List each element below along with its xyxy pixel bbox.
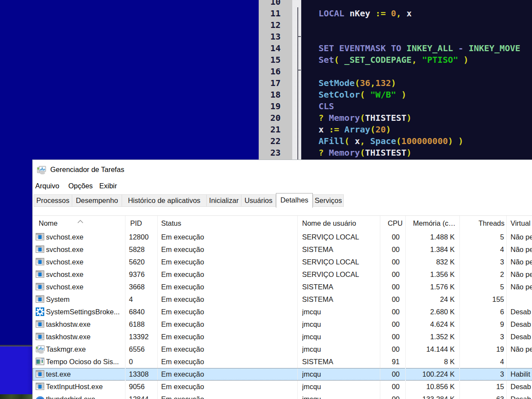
process-row-systemsettingsbroke[interactable]: SystemSettingsBroke...6840Em execuçãojmc… [33,306,532,318]
cell-name: svchost.exe [33,231,125,243]
cell: Não pe [511,256,532,268]
column-separator[interactable] [459,216,460,399]
cell: jmcqu [302,393,375,399]
menu-exibir[interactable]: Exibir [99,182,117,190]
line-number: 16 [259,66,292,77]
cell: Em execução [161,293,290,306]
cell-name: svchost.exe [33,243,125,256]
process-row-thunderbirdexe[interactable]: thunderbird.exe12844Em execuçãojmcqu0013… [33,393,532,399]
column-header-memoriac[interactable]: Memória (c… [406,216,456,231]
process-row-svchostexe[interactable]: svchost.exe9376Em execuçãoSERVIÇO LOCAL0… [33,268,532,281]
column-header-nomedeusuario[interactable]: Nome de usuário [302,216,375,231]
cell: 3 [460,331,504,343]
column-separator[interactable] [297,216,298,399]
desktop: 1011121314151617181920212223 LOCAL nKey … [0,0,532,399]
app-window-icon [36,370,45,379]
column-separator[interactable] [506,216,507,399]
code-editor[interactable]: 1011121314151617181920212223 LOCAL nKey … [259,0,532,160]
line-number: 12 [259,19,292,31]
process-row-svchostexe[interactable]: svchost.exe12800Em execuçãoSERVIÇO LOCAL… [33,231,532,243]
line-number: 21 [259,124,292,135]
cell: Desab [511,318,532,331]
cell: Desab [511,306,532,318]
process-name: svchost.exe [46,243,83,256]
cell-name: TextInputHost.exe [33,381,125,393]
column-header-virtual[interactable]: Virtual [511,216,532,231]
cell: Em execução [161,356,290,368]
cell: SISTEMA [302,281,375,293]
cell: SERVIÇO LOCAL [302,256,375,268]
cell: 5 [460,231,504,243]
column-header-threads[interactable]: Threads [460,216,504,231]
code-text[interactable]: LOCAL nKey := 0, x SET EVENTMASK TO INKE… [303,0,520,159]
cell-name: Tempo Ocioso do Sis... [33,356,125,368]
process-row-taskhostwexe[interactable]: taskhostw.exe6188Em execuçãojmcqu004.624… [33,318,532,331]
code-line: SetMode(36,132) [303,77,520,89]
line-number: 17 [259,77,292,89]
process-row-taskhostwexe[interactable]: taskhostw.exe13392Em execuçãojmcqu001.35… [33,331,532,343]
cell: Em execução [161,381,290,393]
code-line: CLS [303,101,520,112]
menu-arquivo[interactable]: Arquivo [35,182,59,190]
cell: 12844 [129,393,155,399]
sort-ascending-icon [77,217,84,221]
cell: Não pe [511,243,532,256]
tab-historicodeaplicativos[interactable]: Histórico de aplicativos [122,194,207,207]
cell: 6188 [129,318,155,331]
tab-usuarios[interactable]: Usuários [242,194,276,207]
cell: 24 K [406,293,455,306]
cell: 6840 [129,306,155,318]
code-line: SET EVENTMASK TO INKEY_ALL - INKEY_MOVE [303,43,520,54]
app-window-icon [36,295,45,304]
title-bar[interactable]: Gerenciador de Tarefas [33,160,532,180]
process-name: System [46,293,70,306]
code-line: Set( _SET_CODEPAGE, "PTISO" ) [303,54,520,66]
process-row-testexe[interactable]: test.exe13308Em execuçãojmcqu00100.224 K… [33,368,532,381]
tab-detalhes[interactable]: Detalhes [276,193,313,208]
app-window-icon [36,270,45,279]
column-header-pid[interactable]: PID [130,216,154,231]
desktop-wallpaper [0,394,33,399]
tab-inicializar[interactable]: Inicializar [207,194,242,207]
process-row-tempoociosodosis[interactable]: Tempo Ocioso do Sis...0Em execuçãoSISTEM… [33,356,532,368]
tab-servicos[interactable]: Serviços [313,194,344,207]
process-row-svchostexe[interactable]: svchost.exe5828Em execuçãoSISTEMA001.384… [33,243,532,256]
details-list: NomePIDStatusNome de usuárioCPUMemória (… [33,215,532,399]
cell: 832 K [406,256,455,268]
column-separator[interactable] [380,216,380,399]
column-separator[interactable] [125,216,125,399]
task-manager-window: Gerenciador de Tarefas ArquivoOpçõesExib… [32,160,532,399]
tab-processos[interactable]: Processos [34,194,72,207]
cell: Em execução [161,243,290,256]
cell-name: Taskmgr.exe [33,343,125,356]
column-separator[interactable] [405,216,406,399]
process-name: SystemSettingsBroke... [46,306,120,318]
line-number: 13 [259,31,292,43]
console-window-blue[interactable] [0,347,33,394]
column-header-status[interactable]: Status [161,216,290,231]
process-name: svchost.exe [46,281,83,293]
column-header-cpu[interactable]: CPU [380,216,403,231]
cell: 2 [460,268,504,281]
cell: jmcqu [302,331,375,343]
process-name: Tempo Ocioso do Sis... [46,356,119,368]
cell: Em execução [161,268,290,281]
editor-fold-margin[interactable] [292,0,301,160]
menu-opcoes[interactable]: Opções [68,182,93,190]
process-row-system[interactable]: System4Em execuçãoSISTEMA0024 K155 [33,293,532,306]
process-row-svchostexe[interactable]: svchost.exe3668Em execuçãoSISTEMA001.576… [33,281,532,293]
cell: SERVIÇO LOCAL [302,231,375,243]
list-header: NomePIDStatusNome de usuárioCPUMemória (… [33,216,532,231]
cell: 5620 [129,256,155,268]
cell: Em execução [161,256,290,268]
cell: SISTEMA [302,356,375,368]
tab-desempenho[interactable]: Desempenho [72,194,122,207]
cell: 6556 [129,343,155,356]
fold-end-tick [298,70,301,71]
column-separator[interactable] [157,216,158,399]
process-row-taskmgrexe[interactable]: Taskmgr.exe6556Em execuçãojmcqu0014.144 … [33,343,532,356]
cell-name: taskhostw.exe [33,331,125,343]
process-row-textinputhostexe[interactable]: TextInputHost.exe9056Em execuçãojmcqu001… [33,381,532,393]
cell-name: svchost.exe [33,281,125,293]
process-row-svchostexe[interactable]: svchost.exe5620Em execuçãoSERVIÇO LOCAL0… [33,256,532,268]
